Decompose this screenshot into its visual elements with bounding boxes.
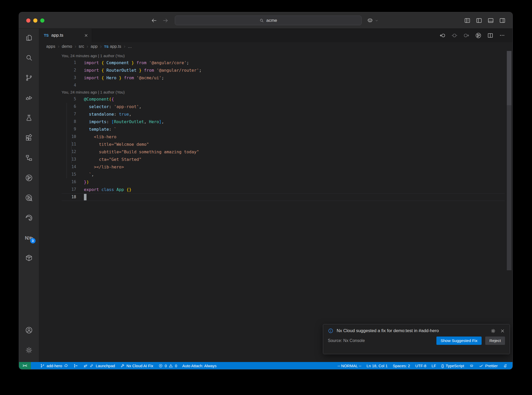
activity-item-edge-tools[interactable] [24,214,34,222]
nav-current-icon[interactable] [451,32,458,39]
status-item-launchpad[interactable]: Launchpad [81,362,117,369]
line-number[interactable]: 7 [62,110,76,118]
tab-label: app.ts [51,33,63,38]
line-number[interactable]: 9 [62,126,76,133]
code-line: 6 selector: 'app-root', [62,103,505,110]
zoom-window-button[interactable] [40,18,44,23]
line-number[interactable]: 5 [62,95,76,103]
editor[interactable]: You, 24 minutes ago | 1 author (You)1imp… [39,51,513,362]
breadcrumb-item-apps[interactable]: apps [46,44,55,49]
info-icon [328,328,334,334]
commit-graph-icon[interactable] [475,32,482,39]
breadcrumb-item-demo[interactable]: demo [62,44,72,49]
line-number[interactable]: 8 [62,118,76,126]
reject-button[interactable]: Reject [485,337,505,345]
chevron-right-icon [123,45,127,49]
line-number[interactable]: 12 [62,148,76,156]
activity-item-search[interactable] [24,54,34,62]
line-number[interactable]: 1 [62,59,76,67]
status-item-language-mode[interactable]: {}TypeScript [439,362,467,369]
breadcrumb-file-label: app.ts [110,44,121,49]
status-item-git-branch[interactable]: add-hero [38,362,71,369]
status-item-indentation[interactable]: Spaces: 2 [390,362,413,369]
breadcrumb-item-app[interactable]: app [91,44,98,49]
breadcrumb-overflow[interactable]: … [128,44,132,49]
history-forward-icon[interactable] [162,17,169,24]
ts-file-icon: TS [104,45,109,49]
toggle-secondary-sidebar-icon[interactable] [499,17,506,24]
toggle-panel-icon[interactable] [487,17,494,24]
code-line: 4 [62,82,505,89]
scrollbar-track[interactable] [507,105,511,270]
activity-item-accounts[interactable] [24,326,34,334]
activity-item-run-and-debug[interactable] [24,94,34,102]
status-item-eol[interactable]: LF [429,362,439,369]
activity-item-settings[interactable] [24,346,34,354]
activity-item-extensions[interactable] [24,134,34,142]
status-item-encoding[interactable]: UTF-8 [413,362,429,369]
close-window-button[interactable] [26,18,30,23]
tab-app-ts[interactable]: TS app.ts [39,29,92,42]
line-number[interactable]: 11 [62,141,76,148]
copilot-menu[interactable] [367,12,378,29]
activity-item-testing[interactable] [24,114,34,122]
rocket-icon [83,364,88,368]
line-number[interactable]: 16 [62,178,76,186]
activity-item-gitlens-inspect[interactable] [24,194,34,202]
bell-dot-icon [503,364,507,368]
code-line: 17export class App {} [62,186,505,193]
status-item-vim-mode[interactable]: -- NORMAL -- [335,362,364,369]
status-item-cursor-position[interactable]: Ln 18, Col 1 [364,362,390,369]
code-line: 7 standalone: true, [62,110,505,118]
code-line: 12 subtitle="Build something amazing tod… [62,148,505,156]
notification-settings-icon[interactable] [490,328,496,334]
check-double-icon [479,364,483,368]
more-actions-icon[interactable] [499,32,505,38]
line-number[interactable]: 18 [62,193,76,201]
status-item-problems[interactable]: 00 [156,362,180,369]
breadcrumb-item-file[interactable]: TSapp.ts [104,44,121,49]
line-number[interactable]: 3 [62,74,76,82]
line-number[interactable]: 6 [62,103,76,110]
line-number[interactable]: 15 [62,171,76,178]
show-suggested-fix-button[interactable]: Show Suggested Fix [436,337,482,345]
close-notification-icon[interactable] [500,328,505,333]
history-nav [151,12,169,29]
scrollbar[interactable] [507,51,511,105]
status-item-commit-graph[interactable] [71,362,81,369]
minimize-window-button[interactable] [33,18,37,23]
line-number[interactable]: 4 [62,82,76,89]
activity-item-references[interactable] [24,154,34,162]
activity-badge: 3 [30,238,36,243]
activity-item-containers[interactable] [24,254,34,262]
status-item-auto-attach[interactable]: Auto Attach: Always [180,362,219,369]
toggle-primary-sidebar-icon[interactable] [476,17,482,24]
line-number[interactable]: 2 [62,67,76,74]
status-item-nx-cloud-ai-fix[interactable]: Nx Cloud AI Fix [118,362,156,369]
line-number[interactable]: 17 [62,186,76,193]
breadcrumb-item-src[interactable]: src [79,44,84,49]
code-line: 14 ></lib-hero> [62,163,505,171]
customize-layout-icon[interactable] [464,17,471,24]
line-number[interactable]: 13 [62,156,76,163]
history-back-icon[interactable] [151,17,157,24]
status-left: ><add-heroLaunchpadNx Cloud AI Fix00Auto… [19,362,219,369]
status-item-remote-indicator[interactable]: >< [19,362,31,369]
status-item-formatter[interactable]: Prettier [476,362,500,369]
close-tab-icon[interactable] [84,33,88,38]
split-editor-icon[interactable] [487,32,494,39]
command-center[interactable]: acme [175,16,362,25]
titlebar: acme [19,12,513,29]
activity-item-nx-console[interactable]: N≫3 [24,234,34,242]
copilot-icon [367,17,374,24]
nav-forward-icon[interactable] [463,32,470,39]
status-item-copilot-status[interactable] [467,362,476,369]
activity-item-commit-graph[interactable] [24,174,34,182]
line-number[interactable]: 14 [62,163,76,171]
editor-actions [439,29,513,42]
activity-item-source-control[interactable] [24,74,34,82]
status-item-notifications-bell[interactable] [500,362,510,369]
line-number[interactable]: 10 [62,133,76,141]
nav-back-icon[interactable] [439,32,446,39]
activity-item-explorer[interactable] [24,34,34,42]
